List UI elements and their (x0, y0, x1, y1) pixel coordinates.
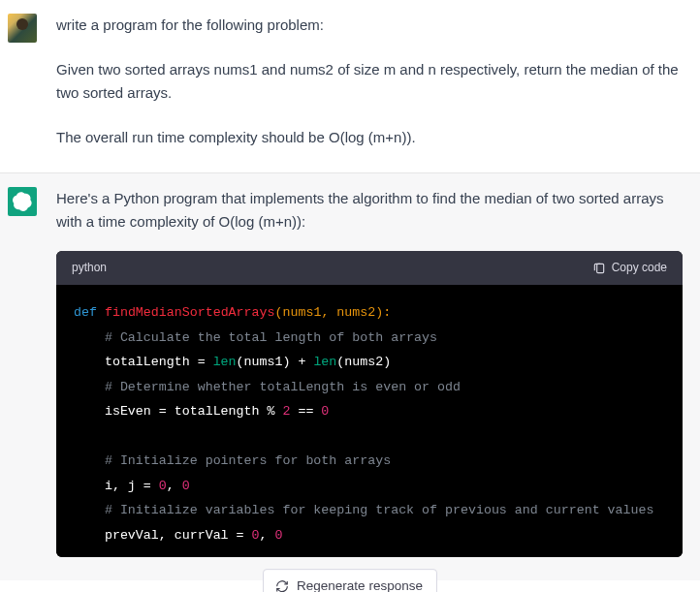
code-header: python Copy code (56, 251, 683, 285)
svg-rect-0 (596, 264, 603, 272)
user-message: write a program for the following proble… (0, 0, 700, 173)
assistant-message-body: Here's a Python program that implements … (56, 187, 692, 557)
clipboard-icon (592, 262, 606, 275)
user-text-line: Given two sorted arrays nums1 and nums2 … (56, 58, 683, 105)
copy-code-label: Copy code (612, 259, 667, 277)
user-message-body: write a program for the following proble… (56, 14, 692, 149)
assistant-avatar (8, 187, 37, 216)
openai-logo-icon (13, 192, 32, 211)
regenerate-label: Regenerate response (297, 576, 423, 592)
user-text-line: The overall run time complexity should b… (56, 126, 683, 149)
refresh-icon (275, 579, 289, 592)
code-block: python Copy code def findMedianSortedArr… (56, 251, 683, 557)
user-avatar (8, 14, 37, 43)
user-text-line: write a program for the following proble… (56, 14, 683, 37)
assistant-message: Here's a Python program that implements … (0, 173, 700, 580)
copy-code-button[interactable]: Copy code (592, 259, 667, 277)
code-language-label: python (72, 259, 107, 277)
assistant-intro-text: Here's a Python program that implements … (56, 187, 683, 234)
regenerate-response-button[interactable]: Regenerate response (263, 569, 437, 592)
code-content[interactable]: def findMedianSortedArrays(nums1, nums2)… (56, 285, 683, 557)
